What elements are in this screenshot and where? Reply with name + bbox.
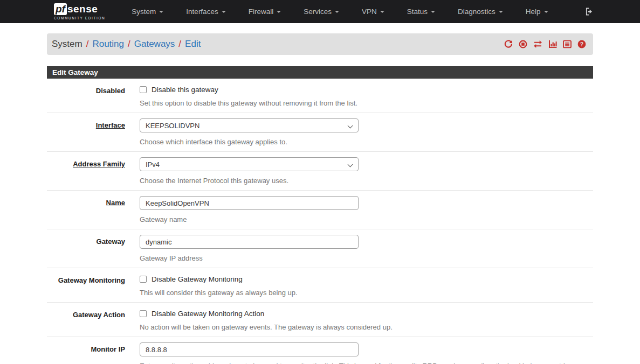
checkbox-label: Disable Gateway Monitoring <box>152 275 243 283</box>
edit-gateway-form: Disabled Disable this gateway Set this o… <box>47 79 593 364</box>
form-row-gateway: Gateway Gateway IP address <box>47 229 593 268</box>
caret-down-icon <box>544 11 548 13</box>
form-row-gateway-action: Gateway Action Disable Gateway Monitorin… <box>47 303 593 337</box>
field-help: Set this option to disable this gateway … <box>140 99 587 108</box>
field-help: Enter an alternative address here to be … <box>140 361 587 364</box>
field-label: Gateway Monitoring <box>47 274 125 297</box>
field-help: No action will be taken on gateway event… <box>140 323 587 332</box>
breadcrumb: System / Routing / Gateways / Edit <box>52 39 201 50</box>
nav-menu: System Interfaces Firewall Services VPN … <box>120 0 559 23</box>
field-help: This will consider this gateway as alway… <box>140 288 587 297</box>
disable-gateway-monitoring-checkbox[interactable] <box>140 276 147 283</box>
form-row-monitor-ip: Monitor IP Enter an alternative address … <box>47 337 593 364</box>
nav-item-services[interactable]: Services <box>292 0 350 23</box>
breadcrumb-link-edit[interactable]: Edit <box>185 39 201 50</box>
page-toolbar: ? <box>504 39 587 49</box>
bar-chart-icon[interactable] <box>548 39 558 49</box>
checkbox-label: Disable Gateway Monitoring Action <box>152 310 264 318</box>
list-icon[interactable] <box>562 39 572 49</box>
select-value: IPv4 <box>146 160 160 169</box>
field-label: Address Family <box>47 157 125 185</box>
breadcrumb-link-gateways[interactable]: Gateways <box>134 39 175 50</box>
breadcrumb-separator: / <box>178 39 181 50</box>
caret-down-icon <box>222 11 226 13</box>
form-row-address-family: Address Family IPv4 Choose the Internet … <box>47 152 593 191</box>
field-label: Monitor IP <box>47 342 125 364</box>
nav-item-firewall[interactable]: Firewall <box>237 0 293 23</box>
caret-down-icon <box>431 11 435 13</box>
exchange-icon[interactable] <box>533 39 543 49</box>
disable-gateway-checkbox[interactable] <box>140 86 147 93</box>
breadcrumb-item-system: System <box>52 39 82 50</box>
form-row-disabled: Disabled Disable this gateway Set this o… <box>47 79 593 113</box>
nav-item-diagnostics[interactable]: Diagnostics <box>446 0 514 23</box>
nav-item-interfaces[interactable]: Interfaces <box>175 0 237 23</box>
breadcrumb-separator: / <box>128 39 130 50</box>
caret-down-icon <box>335 11 339 13</box>
select-value: KEEPSOLIDVPN <box>146 122 199 130</box>
form-row-gateway-monitoring: Gateway Monitoring Disable Gateway Monit… <box>47 268 593 303</box>
interface-select[interactable]: KEEPSOLIDVPN <box>140 118 359 132</box>
caret-down-icon <box>380 11 384 13</box>
nav-item-system[interactable]: System <box>120 0 175 23</box>
disable-gateway-action-checkbox[interactable] <box>140 310 147 317</box>
name-input[interactable] <box>140 196 359 210</box>
chevron-down-icon <box>348 162 353 167</box>
form-row-interface: Interface KEEPSOLIDVPN Choose which inte… <box>47 113 593 152</box>
field-label: Interface <box>47 118 125 146</box>
logo-sense-text: sense <box>67 4 98 14</box>
help-icon[interactable]: ? <box>577 39 587 49</box>
pfsense-logo[interactable]: pf sense COMMUNITY EDITION <box>54 3 105 20</box>
form-row-name: Name Gateway name <box>47 191 593 229</box>
panel-title: Edit Gateway <box>47 66 593 79</box>
field-label: Gateway <box>47 235 125 263</box>
stop-circle-icon[interactable] <box>518 39 528 49</box>
sign-out-icon[interactable] <box>584 7 594 16</box>
field-help: Choose which interface this gateway appl… <box>140 137 587 146</box>
breadcrumb-separator: / <box>86 39 89 50</box>
address-family-select[interactable]: IPv4 <box>140 157 359 171</box>
checkbox-label: Disable this gateway <box>152 86 218 94</box>
refresh-icon[interactable] <box>504 39 513 49</box>
logo-pf-text: pf <box>56 3 65 15</box>
caret-down-icon <box>277 11 281 13</box>
nav-item-vpn[interactable]: VPN <box>350 0 396 23</box>
field-help: Gateway IP address <box>140 254 587 263</box>
nav-item-help[interactable]: Help <box>514 0 560 23</box>
field-label: Name <box>47 196 125 224</box>
nav-item-status[interactable]: Status <box>396 0 446 23</box>
top-navbar: pf sense COMMUNITY EDITION System Interf… <box>0 0 640 23</box>
field-label: Disabled <box>47 84 125 108</box>
field-label: Gateway Action <box>47 308 125 332</box>
field-help: Gateway name <box>140 215 587 224</box>
monitor-ip-input[interactable] <box>140 342 359 356</box>
field-help: Choose the Internet Protocol this gatewa… <box>140 176 587 185</box>
caret-down-icon <box>499 11 503 13</box>
breadcrumb-bar: System / Routing / Gateways / Edit <box>47 33 593 55</box>
gateway-input[interactable] <box>140 235 359 249</box>
logo-edition-text: COMMUNITY EDITION <box>54 17 105 20</box>
svg-text:?: ? <box>580 41 583 47</box>
caret-down-icon <box>159 11 163 13</box>
chevron-down-icon <box>348 123 353 129</box>
breadcrumb-link-routing[interactable]: Routing <box>92 39 124 50</box>
